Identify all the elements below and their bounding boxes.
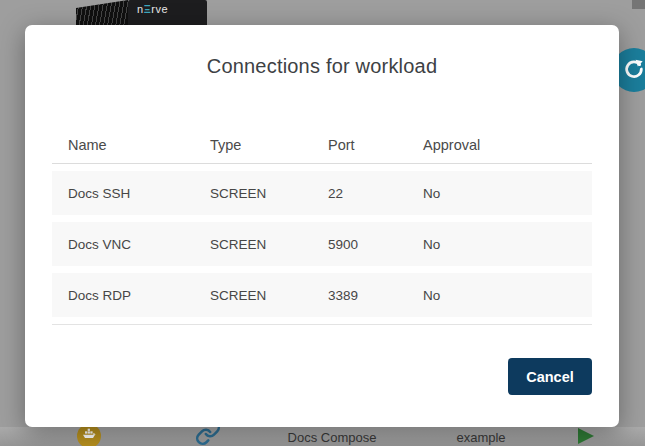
table-header-row: Name Type Port Approval [52,137,592,164]
cell-approval: No [423,237,592,252]
cell-name: Docs SSH [68,186,210,201]
header-type: Type [210,137,328,153]
cell-approval: No [423,186,592,201]
connections-table: Name Type Port Approval Docs SSH SCREEN … [52,137,592,325]
table-row: Docs SSH SCREEN 22 No [52,171,592,215]
workload-version: example [431,430,531,445]
link-icon [195,434,221,446]
cell-type: SCREEN [210,186,328,201]
cell-type: SCREEN [210,237,328,252]
modal-title: Connections for workload [25,55,619,78]
cell-type: SCREEN [210,288,328,303]
screen: nΞrve [0,0,645,446]
header-port: Port [328,137,423,153]
start-workload-button[interactable] [577,428,595,444]
device-front-panel: nΞrve [128,0,207,27]
page-corner-element [632,0,645,9]
nerve-device-image: nΞrve [76,0,207,27]
workload-name: Docs Compose [262,430,402,445]
cancel-button[interactable]: Cancel [508,358,592,395]
brand-logo: nΞrve [137,4,168,15]
cell-approval: No [423,288,592,303]
device-heatsink-fins [76,0,128,27]
cell-port: 3389 [328,288,423,303]
cell-name: Docs VNC [68,237,210,252]
docker-compose-badge [77,424,101,446]
play-icon [577,432,595,446]
connections-modal: Connections for workload Name Type Port … [25,25,619,427]
table-row: Docs RDP SCREEN 3389 No [52,273,592,317]
cell-port: 5900 [328,237,423,252]
docker-compose-icon [81,426,97,446]
header-approval: Approval [423,137,592,153]
refresh-icon [623,58,645,83]
table-row: Docs VNC SCREEN 5900 No [52,222,592,266]
cell-port: 22 [328,186,423,201]
header-name: Name [68,137,210,153]
cell-name: Docs RDP [68,288,210,303]
table-bottom-divider [52,324,592,325]
